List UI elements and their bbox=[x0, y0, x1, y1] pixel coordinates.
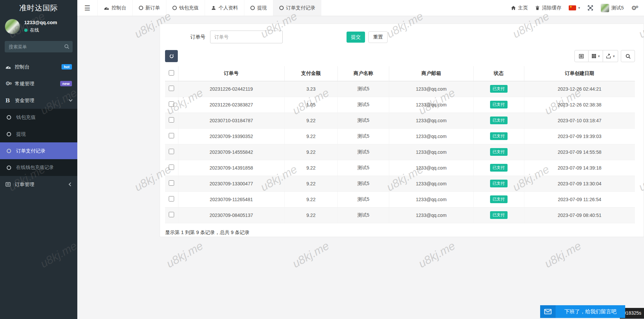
row-select-cell bbox=[165, 176, 178, 191]
language-dropdown[interactable]: ★ ▾ bbox=[569, 5, 580, 10]
sidebar-item-order-pay-records[interactable]: 订单支付记录 bbox=[0, 142, 77, 159]
cell-order-no: 20230709-08405137 bbox=[178, 207, 284, 223]
row-select-cell bbox=[165, 128, 178, 144]
home-icon bbox=[511, 5, 516, 10]
sidebar-item-funds[interactable]: B 资金管理 bbox=[0, 92, 77, 109]
settings-button[interactable]: ⚙⚙ bbox=[631, 5, 639, 11]
funds-submenu: 钱包充值 提现 订单支付记录 在线钱包充值记录 bbox=[0, 109, 77, 176]
card-view-button[interactable] bbox=[574, 50, 589, 62]
app-logo: 准时达国际 bbox=[0, 0, 77, 16]
sidebar-item-online-wallet-records[interactable]: 在线钱包充值记录 bbox=[0, 159, 77, 176]
tab-order-pay-records[interactable]: 订单支付记录 bbox=[273, 0, 321, 16]
select-all-checkbox[interactable] bbox=[169, 70, 174, 76]
cell-order-no: 20230709-19390352 bbox=[178, 128, 284, 144]
cell-amount: 9.22 bbox=[284, 144, 337, 160]
hamburger-menu-icon[interactable]: ☰ bbox=[77, 0, 97, 16]
submit-button[interactable]: 提交 bbox=[347, 32, 365, 43]
table-search-button[interactable] bbox=[621, 50, 635, 62]
top-navbar: ☰ 控制台 新订单 钱包充值 个人资料 提现 订单支付记录 bbox=[77, 0, 644, 16]
main-area: ☰ 控制台 新订单 钱包充值 个人资料 提现 订单支付记录 bbox=[77, 0, 644, 319]
bitcoin-icon: B bbox=[5, 97, 15, 104]
sidebar-item-label: 提现 bbox=[16, 131, 26, 137]
online-dot-icon bbox=[24, 29, 28, 32]
tab-new-order[interactable]: 新订单 bbox=[132, 0, 166, 16]
cell-amount: 1.05 bbox=[284, 97, 337, 112]
chat-widget[interactable]: 下班了，给我们留言吧 bbox=[540, 305, 625, 318]
row-checkbox[interactable] bbox=[169, 133, 174, 138]
status-badge: 已支付 bbox=[490, 211, 508, 219]
order-no-label: 订单号 bbox=[165, 34, 205, 40]
col-header-merchant: 商户名称 bbox=[337, 66, 389, 81]
circle-icon bbox=[7, 149, 16, 153]
table-row: 20231226-023838271.05测试51233@qq.com已支付20… bbox=[165, 97, 635, 112]
cell-email: 1233@qq.com bbox=[389, 112, 473, 128]
sidebar-item-general[interactable]: ⚙⚙ 常规管理 new bbox=[0, 75, 77, 92]
search-icon bbox=[64, 44, 69, 49]
avatar bbox=[601, 4, 609, 12]
row-checkbox[interactable] bbox=[169, 101, 174, 107]
user-menu[interactable]: 测试5 bbox=[601, 4, 624, 12]
row-checkbox[interactable] bbox=[169, 149, 174, 154]
tab-console[interactable]: 控制台 bbox=[97, 0, 132, 16]
sidebar-item-console[interactable]: 控制台 hot bbox=[0, 58, 77, 75]
cell-amount: 9.22 bbox=[284, 128, 337, 144]
row-checkbox[interactable] bbox=[169, 165, 174, 170]
cogs-icon: ⚙⚙ bbox=[5, 81, 15, 86]
tab-wallet-recharge[interactable]: 钱包充值 bbox=[166, 0, 205, 16]
home-link[interactable]: 主页 bbox=[511, 5, 528, 11]
username: 测试5 bbox=[611, 5, 624, 11]
cell-amount: 9.22 bbox=[284, 191, 337, 207]
col-header-status: 状态 bbox=[473, 66, 524, 81]
row-checkbox[interactable] bbox=[169, 196, 174, 201]
tab-withdraw[interactable]: 提现 bbox=[244, 0, 273, 16]
order-no-input[interactable] bbox=[210, 31, 283, 43]
sidebar-item-wallet-recharge[interactable]: 钱包充值 bbox=[0, 109, 77, 126]
cell-merchant: 测试5 bbox=[337, 160, 389, 176]
cell-created: 2023-07-10 03:18:47 bbox=[524, 112, 635, 128]
cell-merchant: 测试5 bbox=[337, 207, 389, 223]
search-icon bbox=[626, 54, 631, 59]
cell-amount: 9.22 bbox=[284, 112, 337, 128]
user-panel: 1233@qq.com 在线 bbox=[0, 16, 77, 38]
export-dropdown-button[interactable]: ▾ bbox=[603, 50, 618, 62]
tab-profile[interactable]: 个人资料 bbox=[205, 0, 244, 16]
caret-down-icon: ▾ bbox=[578, 6, 580, 10]
row-checkbox[interactable] bbox=[169, 212, 174, 217]
refresh-button[interactable] bbox=[165, 50, 178, 62]
sidebar-item-label: 控制台 bbox=[15, 64, 30, 70]
expand-arrows-icon bbox=[588, 5, 593, 11]
table-row: 20230710-031847879.22测试51233@qq.com已支付20… bbox=[165, 112, 635, 128]
chat-message: 下班了，给我们留言吧 bbox=[556, 305, 625, 318]
sidebar-search-input[interactable] bbox=[5, 41, 73, 52]
row-checkbox[interactable] bbox=[169, 180, 174, 186]
sidebar-item-label: 钱包充值 bbox=[16, 114, 36, 121]
orders-table: 订单号 支付金额 商户名称 商户邮箱 状态 订单创建日期 20231226-02… bbox=[165, 66, 635, 223]
fullscreen-toggle[interactable] bbox=[588, 5, 593, 11]
row-checkbox[interactable] bbox=[169, 117, 174, 123]
cell-merchant: 测试5 bbox=[337, 176, 389, 191]
cell-email: 1233@qq.com bbox=[389, 81, 473, 97]
cogs-icon: ⚙⚙ bbox=[631, 5, 639, 11]
row-select-cell bbox=[165, 81, 178, 97]
cell-order-no: 20230709-11265481 bbox=[178, 191, 284, 207]
status-badge: 已支付 bbox=[490, 85, 508, 93]
row-checkbox[interactable] bbox=[169, 86, 174, 91]
user-icon bbox=[211, 5, 216, 10]
clear-cache-link[interactable]: 清除缓存 bbox=[535, 5, 561, 11]
table-toolbar: ▾ ▾ bbox=[160, 46, 644, 66]
cell-status: 已支付 bbox=[473, 112, 524, 128]
row-select-cell bbox=[165, 207, 178, 223]
reset-button[interactable]: 重置 bbox=[368, 31, 388, 43]
table-row: 20230709-112654819.22测试51233@qq.com已支付20… bbox=[165, 191, 635, 207]
row-select-cell bbox=[165, 97, 178, 112]
sidebar-item-order-mgmt[interactable]: 订单管理 bbox=[0, 176, 77, 193]
row-select-cell bbox=[165, 144, 178, 160]
sidebar-item-withdraw[interactable]: 提现 bbox=[0, 126, 77, 142]
sidebar-item-label: 订单支付记录 bbox=[16, 148, 45, 154]
columns-dropdown-button[interactable]: ▾ bbox=[589, 50, 603, 62]
table-row: 20230709-145558429.22测试51233@qq.com已支付20… bbox=[165, 144, 635, 160]
table-row: 20230709-133004779.22测试51233@qq.com已支付20… bbox=[165, 176, 635, 191]
cell-amount: 9.22 bbox=[284, 176, 337, 191]
cell-order-no: 20231226-02383827 bbox=[178, 97, 284, 112]
cell-order-no: 20231226-02442119 bbox=[178, 81, 284, 97]
